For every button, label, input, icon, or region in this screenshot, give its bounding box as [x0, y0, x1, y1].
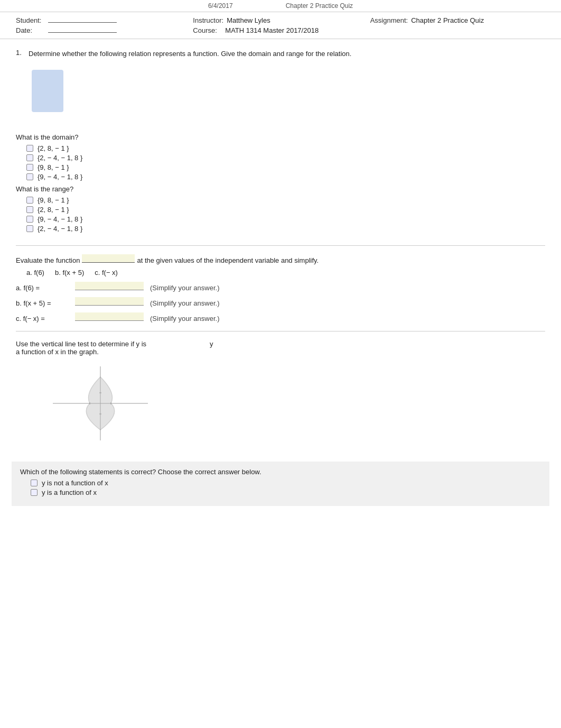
range-option-1-text: {9, 8, − 1 }: [38, 196, 69, 204]
q3-radio-1[interactable]: [31, 480, 38, 486]
range-option-2[interactable]: {2, 8, − 1 }: [26, 206, 545, 214]
header-student-col: Student: Date:: [16, 16, 191, 34]
divider-2: [16, 331, 545, 331]
domain-option-4-text: {9, − 4, − 1, 8 }: [38, 173, 82, 181]
q3-options: y is not a function of x y is a function…: [31, 479, 541, 496]
student-row: Student:: [16, 16, 191, 24]
student-value: [48, 22, 117, 23]
q1-number: 1.: [16, 49, 25, 57]
q2-part-c-note: (Simplify your answer.): [150, 315, 219, 322]
domain-question-text: What is the domain?: [16, 133, 79, 141]
course-label: Course:: [193, 26, 222, 34]
domain-radio-3[interactable]: [26, 164, 33, 171]
range-options: {9, 8, − 1 } {2, 8, − 1 } {9, − 4, − 1, …: [26, 196, 545, 233]
q2-intro-prefix: Evaluate the function: [16, 256, 80, 264]
q2-part-b-answer[interactable]: [75, 297, 144, 306]
header-info: Student: Date: Instructor: Matthew Lyles…: [0, 12, 561, 39]
q2-part-a-label: a. f(6): [26, 269, 44, 277]
domain-option-1[interactable]: {2, 8, − 1 }: [26, 144, 545, 152]
q3-graph-svg: [48, 361, 153, 446]
range-option-1[interactable]: {9, 8, − 1 }: [26, 196, 545, 204]
q3-text-row: Use the vertical line test to determine …: [16, 340, 545, 356]
q2-sub-parts-label: a. f(6) b. f(x + 5) c. f(− x): [26, 269, 545, 277]
range-option-3-text: {9, − 4, − 1, 8 }: [38, 215, 82, 223]
q2-part-c-expr: c. f(− x) =: [16, 315, 69, 322]
q3-answer-section: Which of the following statements is cor…: [12, 462, 549, 506]
domain-option-3[interactable]: {9, 8, − 1 }: [26, 163, 545, 171]
range-question: What is the range?: [16, 185, 545, 193]
q3-text: Use the vertical line test to determine …: [16, 340, 146, 356]
instructor-label: Instructor:: [193, 16, 223, 24]
domain-option-2-text: {2, − 4, − 1, 8 }: [38, 154, 82, 162]
course-row: Course: MATH 1314 Master 2017/2018: [193, 26, 368, 34]
domain-radio-1[interactable]: [26, 145, 33, 152]
date-value: [48, 32, 117, 33]
range-option-2-text: {2, 8, − 1 }: [38, 206, 69, 214]
q2-part-b-expr: b. f(x + 5) =: [16, 299, 69, 307]
q3-answer-prompt: Which of the following statements is cor…: [20, 468, 541, 476]
question-2: Evaluate the function at the given value…: [16, 254, 545, 322]
q2-part-b-note: (Simplify your answer.): [150, 299, 219, 307]
top-bar: 6/4/2017 Chapter 2 Practice Quiz: [0, 0, 561, 12]
q2-part-a-row: a. f(6) = (Simplify your answer.): [16, 282, 545, 292]
q2-part-c-answer[interactable]: [75, 312, 144, 321]
q2-intro-suffix: at the given values of the independent v…: [137, 256, 319, 264]
top-title: Chapter 2 Practice Quiz: [286, 2, 353, 10]
q2-part-c-row: c. f(− x) = (Simplify your answer.): [16, 312, 545, 322]
q2-part-b-label: b. f(x + 5): [55, 269, 84, 277]
header-instructor-col: Instructor: Matthew Lyles Course: MATH 1…: [193, 16, 368, 34]
q2-part-a-answer[interactable]: [75, 282, 144, 290]
range-radio-3[interactable]: [26, 216, 33, 223]
q3-radio-2[interactable]: [31, 489, 38, 496]
date-label: Date:: [16, 26, 45, 34]
function-blank[interactable]: [82, 254, 135, 263]
domain-option-1-text: {2, 8, − 1 }: [38, 144, 69, 152]
divider-1: [16, 245, 545, 246]
instructor-value: Matthew Lyles: [227, 16, 270, 24]
q2-part-a-note: (Simplify your answer.): [150, 284, 219, 292]
q3-y-label: y: [210, 340, 213, 348]
date-row: Date:: [16, 26, 191, 34]
q2-part-a-expr: a. f(6) =: [16, 284, 69, 292]
assignment-value: Chapter 2 Practice Quiz: [411, 16, 484, 24]
assignment-row: Assignment: Chapter 2 Practice Quiz: [370, 16, 545, 24]
student-label: Student:: [16, 16, 45, 24]
domain-radio-2[interactable]: [26, 154, 33, 161]
q3-option-2[interactable]: y is a function of x: [31, 489, 541, 496]
range-option-3[interactable]: {9, − 4, − 1, 8 }: [26, 215, 545, 223]
q2-intro: Evaluate the function at the given value…: [16, 254, 545, 264]
course-value: MATH 1314 Master 2017/2018: [225, 26, 319, 34]
range-option-4-text: {2, − 4, − 1, 8 }: [38, 225, 82, 233]
range-option-4[interactable]: {2, − 4, − 1, 8 }: [26, 225, 545, 233]
range-radio-1[interactable]: [26, 197, 33, 204]
main-content: 1. Determine whether the following relat…: [0, 39, 561, 526]
q3-option-2-text: y is a function of x: [42, 489, 97, 496]
q1-diagram: [26, 64, 90, 128]
domain-question: What is the domain?: [16, 133, 545, 141]
q2-part-b-row: b. f(x + 5) = (Simplify your answer.): [16, 297, 545, 307]
q1-text: Determine whether the following relation…: [29, 49, 351, 59]
q3-option-1-text: y is not a function of x: [42, 479, 108, 487]
domain-option-4[interactable]: {9, − 4, − 1, 8 }: [26, 173, 545, 181]
domain-radio-4[interactable]: [26, 173, 33, 180]
q3-graph-area: [48, 361, 164, 456]
q2-part-c-label: c. f(− x): [95, 269, 118, 277]
question-3: Use the vertical line test to determine …: [16, 340, 545, 506]
range-question-text: What is the range?: [16, 185, 73, 193]
domain-option-2[interactable]: {2, − 4, − 1, 8 }: [26, 154, 545, 162]
q3-text-suffix: a function of x in the graph.: [16, 348, 99, 356]
header-assignment-col: Assignment: Chapter 2 Practice Quiz: [370, 16, 545, 34]
top-date: 6/4/2017: [208, 2, 233, 10]
q3-text-prefix: Use the vertical line test to determine …: [16, 340, 146, 348]
instructor-row: Instructor: Matthew Lyles: [193, 16, 368, 24]
question-1: 1. Determine whether the following relat…: [16, 49, 545, 233]
assignment-label: Assignment:: [370, 16, 408, 24]
q3-option-1[interactable]: y is not a function of x: [31, 479, 541, 487]
domain-option-3-text: {9, 8, − 1 }: [38, 163, 69, 171]
diagram-box: [32, 70, 63, 112]
range-radio-4[interactable]: [26, 225, 33, 232]
domain-options: {2, 8, − 1 } {2, − 4, − 1, 8 } {9, 8, − …: [26, 144, 545, 181]
range-radio-2[interactable]: [26, 206, 33, 213]
